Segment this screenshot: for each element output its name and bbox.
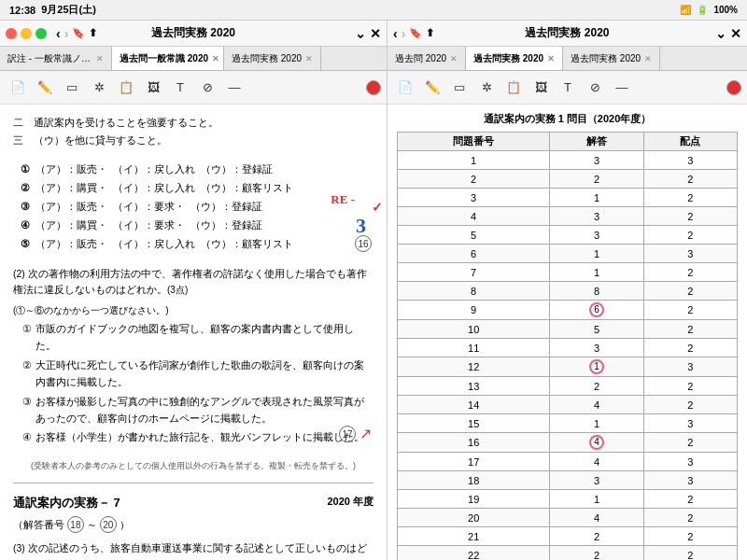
tool-highlight-icon[interactable]: ▭ [60, 76, 84, 100]
table-row: 2042 [398, 509, 738, 527]
choices-list: ① （ア）：販売・ （イ）：戻し入れ （ウ）：登録証 ② （ア）：購買・ （イ）… [13, 161, 374, 252]
right-nav-down-icon[interactable]: ⌄ [715, 26, 726, 41]
right-tool-color-area [726, 80, 741, 95]
tool-copy-icon[interactable]: 📋 [114, 76, 138, 100]
cell-pts: 2 [643, 339, 737, 357]
tool-red-color[interactable] [366, 80, 381, 95]
left-content-area[interactable]: 二 通訳案内を受けることを強要すること。 三 （ウ）を他に貸与すること。 ① （… [0, 105, 387, 560]
left-tab-3-close[interactable]: ✕ [305, 54, 313, 63]
left-tab-2-close[interactable]: ✕ [212, 54, 219, 63]
right-nav-back-icon[interactable]: ‹ [393, 26, 398, 41]
close-button[interactable] [6, 28, 17, 39]
nav-forward-icon[interactable]: › [64, 26, 69, 41]
cell-ans: 1 [550, 357, 643, 377]
table-row: 432 [398, 207, 738, 226]
right-tool-pencil-icon[interactable]: ✏️ [420, 76, 444, 100]
cell-ans: 1 [550, 263, 643, 282]
nav-x-icon[interactable]: ✕ [370, 26, 381, 41]
right-title-nav: ⌄ ✕ [715, 26, 741, 41]
tool-image-icon[interactable]: 🖼 [141, 76, 165, 100]
right-tab-3[interactable]: 過去問実務 2020 ✕ [563, 47, 660, 70]
choice-2: ② （ア）：購買・ （イ）：戻し入れ （ウ）：顧客リスト [21, 180, 374, 197]
q2-item-2: ②大正時代に死亡している作詞家が創作した歌曲の歌詞を、顧客向けの案内書内に掲載し… [22, 357, 374, 391]
tool-bluetooth-icon[interactable]: ✲ [87, 76, 111, 100]
cell-pts: 2 [643, 396, 737, 414]
preamble-line-1: 二 通訳案内を受けることを強要すること。 [13, 114, 374, 132]
cell-num: 13 [398, 377, 550, 396]
right-bookmark-icon[interactable]: 🔖 [409, 27, 422, 39]
cell-ans: 2 [550, 170, 643, 189]
share-icon[interactable]: ⬆ [89, 27, 97, 39]
q3-intro: (3) 次の記述のうち、旅客自動車運送事業に関する記述として正しいものはどれか。… [13, 540, 374, 560]
cell-pts: 2 [643, 509, 737, 527]
cell-ans: 4 [550, 509, 643, 527]
choice-1: ① （ア）：販売・ （イ）：戻し入れ （ウ）：登録証 [21, 161, 374, 178]
cell-pts: 2 [643, 263, 737, 282]
right-tool-page-icon[interactable]: 📄 [393, 76, 417, 100]
right-tool-red-color[interactable] [726, 80, 741, 95]
battery-icon: 🔋 [697, 5, 708, 15]
right-tab-1[interactable]: 過去問 2020 ✕ [388, 47, 466, 70]
status-bar: 12:38 9月25日(土) 📶 🔋 100% [0, 0, 747, 21]
right-tab-2-close[interactable]: ✕ [547, 54, 555, 63]
tool-text-icon[interactable]: T [168, 76, 192, 100]
left-panel: ‹ › 🔖 ⬆ 過去問実務 2020 ⌄ ✕ 訳注 - 一般常識ノート Cove… [0, 21, 388, 560]
cell-num: 14 [398, 396, 550, 414]
bookmark-icon[interactable]: 🔖 [72, 27, 85, 39]
cell-pts: 2 [643, 527, 737, 546]
left-title-bar: ‹ › 🔖 ⬆ 過去問実務 2020 ⌄ ✕ [0, 21, 387, 47]
tool-pencil-icon[interactable]: ✏️ [33, 76, 57, 100]
left-tab-1[interactable]: 訳注 - 一般常識ノート Cover1 ✕ [0, 47, 112, 70]
answer-table: 問題番号 解答 配点 13322231243253261371288296210… [397, 132, 738, 560]
minimize-button[interactable] [21, 28, 32, 39]
cell-pts: 2 [643, 320, 737, 339]
cell-pts: 2 [643, 189, 737, 207]
status-right: 📶 🔋 100% [680, 5, 738, 15]
right-nav-x-icon[interactable]: ✕ [730, 26, 741, 41]
right-tool-sign-icon[interactable]: ⊘ [583, 76, 607, 100]
cell-ans: 5 [550, 320, 643, 339]
q2-sub: (①～⑥のなかから一つ選びなさい。) [13, 302, 374, 318]
footer-note: (受験者本人の参考のみとしての個人使用以外の行為を禁ずる。複製・転売を禁ずる。) [13, 459, 374, 473]
left-tab-1-close[interactable]: ✕ [96, 54, 104, 63]
right-tool-bluetooth-icon[interactable]: ✲ [474, 76, 499, 100]
battery-level: 100% [713, 5, 738, 15]
right-tool-highlight-icon[interactable]: ▭ [447, 76, 472, 100]
col-header-num: 問題番号 [398, 133, 550, 151]
right-tool-copy-icon[interactable]: 📋 [501, 76, 526, 100]
right-tab-3-close[interactable]: ✕ [644, 54, 652, 63]
annotation-circle-16: 16 [355, 235, 372, 253]
table-row: 1132 [398, 339, 738, 357]
left-tab-3-label: 過去問実務 2020 [232, 52, 302, 65]
cell-pts: 2 [643, 490, 737, 509]
q3-block: (3) 次の記述のうち、旅客自動車運送事業に関する記述として正しいものはどれか。… [13, 540, 374, 560]
table-row: 613 [398, 245, 738, 263]
right-nav-forward-icon[interactable]: › [402, 26, 406, 41]
col-header-pts: 配点 [643, 133, 737, 151]
right-tab-1-close[interactable]: ✕ [450, 54, 458, 63]
table-row: 222 [398, 170, 738, 189]
left-tab-3[interactable]: 過去問実務 2020 ✕ [224, 47, 321, 70]
cell-pts: 2 [643, 301, 737, 320]
answer-table-title: 通訳案内の実務 1 問目（2020年度） [397, 112, 738, 126]
right-tool-text-icon[interactable]: T [556, 76, 580, 100]
tool-page-icon[interactable]: 📄 [6, 76, 30, 100]
maximize-button[interactable] [35, 28, 47, 39]
right-share-icon[interactable]: ⬆ [426, 27, 434, 39]
left-tab-2[interactable]: 過去問一般常識 2020 ✕ [112, 47, 224, 71]
right-tool-image-icon[interactable]: 🖼 [529, 76, 553, 100]
nav-down-icon[interactable]: ⌄ [355, 26, 366, 41]
q2-block: (2) 次の著作物の利用方法の中で、著作権者の許諾なく使用した場合でも著作権法に… [13, 266, 374, 447]
cell-ans: 4 [550, 396, 643, 414]
cell-pts: 2 [643, 377, 737, 396]
answer-table-container[interactable]: 通訳案内の実務 1 問目（2020年度） 問題番号 解答 配点 13322231… [388, 105, 747, 560]
tool-sign-icon[interactable]: ⊘ [195, 76, 219, 100]
tool-line-icon[interactable]: — [222, 76, 247, 100]
cell-pts: 2 [643, 170, 737, 189]
cell-pts: 2 [643, 433, 737, 453]
table-row: 133 [398, 151, 738, 170]
right-tool-line-icon[interactable]: — [610, 76, 634, 100]
table-row: 1912 [398, 490, 738, 509]
nav-back-icon[interactable]: ‹ [56, 26, 61, 41]
right-tab-2[interactable]: 過去問実務 2020 ✕ [466, 47, 563, 71]
